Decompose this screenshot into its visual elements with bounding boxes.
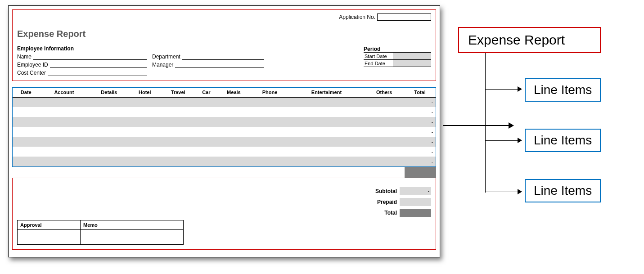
subtotal-strip (12, 167, 436, 178)
col-hotel: Hotel (129, 88, 160, 97)
start-date-field[interactable] (393, 53, 431, 59)
table-row[interactable]: - (13, 147, 436, 157)
table-header-row: Date Account Details Hotel Travel Car Me… (13, 88, 436, 97)
col-details: Details (89, 88, 129, 97)
hierarchy-branch-line (485, 140, 518, 141)
name-label: Name (17, 54, 33, 60)
col-total: Total (404, 88, 436, 97)
period-box: Period Start Date End Date (364, 46, 431, 67)
cost-center-label: Cost Center (17, 70, 48, 76)
arrowhead-icon (518, 86, 522, 92)
total-label: Total (384, 210, 397, 216)
hierarchy-child-box: Line Items (525, 78, 601, 102)
application-no-label: Application No. (339, 14, 375, 20)
table-row[interactable]: - (13, 117, 436, 127)
prepaid-value (400, 198, 431, 206)
manager-field[interactable] (175, 62, 264, 68)
table-row[interactable]: - (13, 97, 436, 107)
end-date-label: End Date (364, 61, 393, 66)
cost-center-field[interactable] (48, 70, 147, 76)
line-items-region: Date Account Details Hotel Travel Car Me… (12, 87, 436, 167)
manager-label: Manager (152, 62, 175, 68)
col-meals: Meals (216, 88, 251, 97)
end-date-field[interactable] (393, 60, 431, 67)
approval-box: Approval Memo (17, 220, 184, 245)
total-value: - (400, 209, 431, 217)
approval-header: Approval (18, 220, 81, 229)
col-date: Date (13, 88, 40, 97)
col-phone: Phone (251, 88, 289, 97)
col-entertainment: Entertaiment (289, 88, 365, 97)
period-title: Period (364, 46, 431, 53)
approval-cell[interactable] (18, 230, 81, 244)
header-region: Application No. Expense Report Employee … (12, 9, 436, 81)
hierarchy-branch-line (485, 89, 518, 90)
footer-region: Subtotal- Prepaid Total- Approval Memo (12, 178, 436, 250)
name-field[interactable] (33, 54, 147, 60)
table-row[interactable]: - (13, 127, 436, 137)
table-row[interactable]: - (13, 137, 436, 147)
start-date-label: Start Date (364, 54, 393, 59)
memo-header: Memo (81, 220, 100, 229)
hierarchy-child-box: Line Items (525, 129, 601, 152)
table-row[interactable]: - (13, 107, 436, 117)
subtotal-label: Subtotal (375, 188, 397, 194)
hierarchy-child-box: Line Items (525, 179, 601, 202)
col-others: Others (364, 88, 404, 97)
department-field[interactable] (182, 54, 264, 60)
arrowhead-icon (518, 138, 522, 143)
col-car: Car (196, 88, 216, 97)
expense-report-document: Application No. Expense Report Employee … (8, 5, 440, 257)
hierarchy-diagram: Expense Report Line Items Line Items Lin… (458, 27, 601, 202)
hierarchy-parent-box: Expense Report (458, 27, 601, 53)
arrowhead-icon (518, 189, 522, 194)
table-row[interactable]: - (13, 157, 436, 166)
employee-id-label: Employee ID (17, 62, 50, 68)
col-account: Account (40, 88, 89, 97)
hierarchy-branch-line (485, 192, 518, 192)
subtotal-value: - (400, 187, 431, 195)
department-label: Department (152, 54, 182, 60)
employee-id-field[interactable] (50, 62, 147, 68)
prepaid-label: Prepaid (377, 199, 397, 205)
line-items-table: Date Account Details Hotel Travel Car Me… (13, 88, 436, 166)
hierarchy-trunk-line (485, 53, 486, 193)
col-travel: Travel (160, 88, 196, 97)
application-no-field[interactable] (377, 13, 431, 21)
report-title: Expense Report (17, 29, 431, 39)
